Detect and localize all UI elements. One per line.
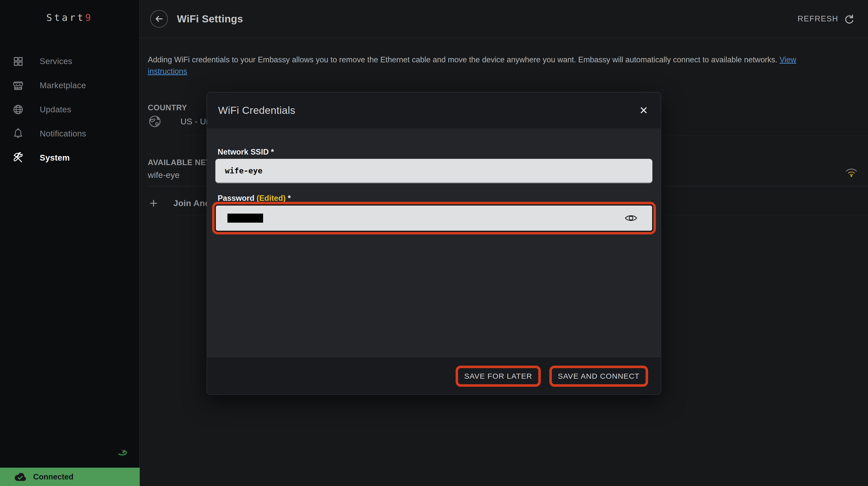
sidebar-item-services[interactable]: Services (0, 49, 139, 73)
required-mark: * (271, 148, 274, 156)
refresh-button[interactable]: REFRESH (796, 13, 857, 25)
back-button[interactable] (150, 10, 168, 28)
sidebar-nav: Services Marketplace Updates Notificatio… (0, 49, 139, 170)
services-grid-icon (12, 55, 24, 67)
save-for-later-annotation-highlight: SAVE FOR LATER (456, 366, 540, 387)
storefront-icon (12, 80, 24, 91)
plus-icon: + (148, 196, 159, 210)
page-description: Adding WiFi credentials to your Embassy … (148, 54, 828, 77)
wifi-signal-icon (845, 167, 858, 178)
modal-body: Network SSID * wife-eye Password (Edited… (207, 128, 661, 358)
password-field-label: Password (Edited) * (218, 194, 291, 203)
page-title: WiFi Settings (177, 13, 243, 25)
country-heading: COUNTRY (148, 103, 187, 112)
sidebar: Start9 Services Marketplace Updates (0, 0, 140, 486)
modal-title: WiFi Credentials (218, 104, 638, 116)
modal-footer: SAVE FOR LATER SAVE AND CONNECT (207, 358, 661, 394)
wifi-credentials-modal: WiFi Credentials ✕ Network SSID * wife-e… (207, 92, 661, 394)
ssid-value: wife-eye (225, 166, 262, 175)
back-arrow-icon (154, 14, 164, 24)
logo-text: Start (46, 12, 85, 23)
status-label: Connected (33, 473, 73, 482)
save-and-connect-button[interactable]: SAVE AND CONNECT (552, 368, 646, 384)
snake-icon (118, 446, 128, 456)
save-for-later-button[interactable]: SAVE FOR LATER (458, 368, 538, 384)
page-header: WiFi Settings REFRESH (140, 0, 868, 38)
connection-status-bar: Connected (0, 468, 140, 486)
password-masked-value (227, 214, 263, 223)
required-mark: * (288, 194, 291, 203)
sidebar-item-label: System (40, 153, 70, 162)
save-and-connect-annotation-highlight: SAVE AND CONNECT (549, 366, 648, 387)
refresh-icon (843, 13, 855, 25)
sidebar-item-notifications[interactable]: Notifications (0, 122, 139, 146)
hammer-wrench-icon (12, 152, 24, 164)
sidebar-item-label: Marketplace (40, 81, 86, 90)
eye-icon[interactable] (624, 213, 638, 223)
network-name: wife-eye (148, 170, 180, 180)
password-label-text: Password (218, 194, 254, 203)
sidebar-item-label: Notifications (40, 129, 86, 139)
sidebar-item-updates[interactable]: Updates (0, 97, 139, 122)
modal-header: WiFi Credentials ✕ (207, 92, 661, 128)
ssid-label-text: Network SSID (218, 148, 269, 156)
refresh-label: REFRESH (798, 14, 838, 23)
sidebar-item-label: Services (40, 57, 72, 66)
globe-grid-icon (12, 103, 24, 116)
edited-flag: (Edited) (256, 194, 285, 203)
logo-accent: 9 (85, 12, 93, 23)
password-input[interactable] (215, 204, 653, 232)
cloud-check-icon (13, 472, 27, 482)
password-annotation-highlight (212, 202, 656, 235)
close-icon[interactable]: ✕ (638, 105, 650, 116)
sidebar-item-label: Updates (40, 105, 71, 114)
bell-icon (12, 128, 24, 140)
ssid-input[interactable]: wife-eye (215, 159, 652, 183)
app-logo: Start9 (0, 12, 139, 23)
earth-globe-icon (148, 114, 162, 128)
sidebar-item-system[interactable]: System (0, 146, 139, 170)
description-text: Adding WiFi credentials to your Embassy … (148, 55, 777, 64)
ssid-field-label: Network SSID * (218, 148, 274, 157)
sidebar-item-marketplace[interactable]: Marketplace (0, 73, 139, 97)
